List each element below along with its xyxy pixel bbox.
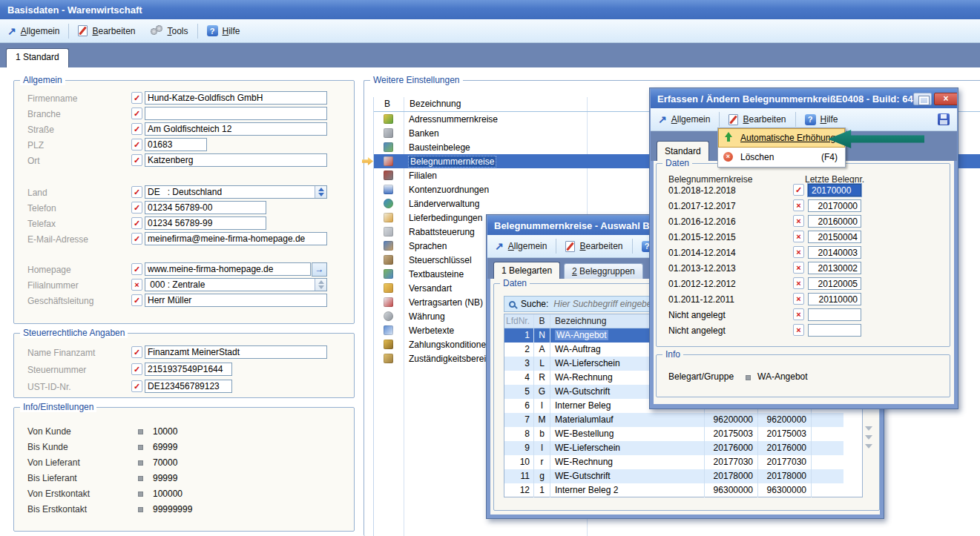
field-input[interactable] xyxy=(145,107,327,120)
field-status-icon[interactable]: ✓ xyxy=(131,233,142,245)
menu-allgemein[interactable]: ↗ Allgemein xyxy=(487,237,554,255)
tab-standard[interactable]: 1 Standard xyxy=(6,48,69,67)
field-status-icon[interactable]: ✓ xyxy=(131,123,142,135)
field-status-icon[interactable]: × xyxy=(793,277,804,289)
restore-button[interactable] xyxy=(913,93,932,105)
spinner-control[interactable] xyxy=(315,279,326,291)
menu-tools[interactable]: Tools xyxy=(143,22,196,40)
table-row[interactable]: 11 g WE-Gutschrift 20178000 20178000 xyxy=(504,469,843,483)
tab-beleggruppen[interactable]: 2 Beleggruppen xyxy=(564,263,643,279)
field-status-icon[interactable]: ✓ xyxy=(131,263,142,275)
menu-bearbeiten[interactable]: Bearbeiten xyxy=(70,22,142,40)
field-input[interactable] xyxy=(145,262,311,276)
field-input[interactable] xyxy=(145,138,207,151)
close-button[interactable]: × xyxy=(934,93,957,105)
info-row: Bis Lieferant 99999 xyxy=(14,471,354,486)
info-value: 100000 xyxy=(153,489,182,499)
scroll-end-icon[interactable] xyxy=(865,444,872,449)
belegnr-input[interactable] xyxy=(808,215,861,228)
field-status-icon[interactable]: × xyxy=(793,262,804,274)
field-input[interactable] xyxy=(145,216,266,230)
field-status-icon[interactable]: ✓ xyxy=(131,186,142,198)
field-input[interactable] xyxy=(145,91,327,105)
cell-bezeichnung: Interner Beleg 2 xyxy=(550,483,705,497)
field-status-icon[interactable]: × xyxy=(793,231,804,242)
table-row[interactable]: 7 M Materialumlauf 96200000 96200000 xyxy=(504,413,843,427)
field-status-icon[interactable]: ✓ xyxy=(131,346,142,358)
field-status-icon[interactable]: ✓ xyxy=(131,107,142,119)
scroll-down-icon[interactable] xyxy=(865,426,872,431)
cell-lfdnr: 8 xyxy=(504,427,534,441)
field-status-icon[interactable]: ✓ xyxy=(131,294,142,306)
belegnr-input[interactable] xyxy=(808,199,861,212)
cell-lfdnr: 2 xyxy=(504,343,534,357)
save-icon[interactable] xyxy=(938,113,950,125)
field-status-icon[interactable]: ✓ xyxy=(131,202,142,214)
field-input[interactable] xyxy=(145,185,327,199)
table-row[interactable]: 8 b WE-Bestellung 20175003 20175003 xyxy=(504,427,843,441)
nummernkreis-row: Nicht angelegt × xyxy=(657,323,950,339)
info-label: Von Lieferant xyxy=(27,457,80,468)
table-row[interactable]: 12 1 Interner Beleg 2 96300000 96300000 xyxy=(504,483,843,497)
field-status-icon[interactable]: ✓ xyxy=(131,92,142,104)
info-rows: Von Kunde 10000 Bis Kunde 69999 Von Lief… xyxy=(14,424,354,517)
form-field-row: Telefon ✓ xyxy=(14,201,354,216)
field-status-icon[interactable]: ✓ xyxy=(131,363,142,375)
field-input[interactable] xyxy=(145,153,327,167)
info-label: Bis Kunde xyxy=(27,442,68,452)
dialog-auswahl-title: Belegnummernkreise - Auswahl Beleg xyxy=(494,220,669,231)
menu-allgemein[interactable]: ↗ Allgemein xyxy=(651,110,717,128)
field-input[interactable] xyxy=(145,278,327,291)
increase-icon xyxy=(723,132,732,142)
field-input[interactable] xyxy=(145,345,327,359)
field-status-icon[interactable]: × xyxy=(131,279,142,291)
field-status-icon[interactable]: × xyxy=(793,324,804,336)
field-status-icon[interactable]: ✓ xyxy=(131,217,142,229)
tab-belegarten[interactable]: 1 Belegarten xyxy=(493,262,560,279)
list-item-label: Sprachen xyxy=(409,241,447,251)
menubar-separator xyxy=(68,24,69,39)
field-status-icon[interactable]: × xyxy=(793,215,804,227)
field-status-icon[interactable]: ✓ xyxy=(131,139,142,150)
field-input[interactable] xyxy=(145,380,232,393)
menu-item-automatische-erhoehung[interactable]: Automatische Erhöhung xyxy=(718,128,845,148)
list-item-label: Zuständigkeitsbereich xyxy=(409,354,496,364)
menu-bearbeiten[interactable]: Bearbeiten xyxy=(721,110,793,128)
field-status-icon[interactable]: × xyxy=(793,246,804,258)
table-row[interactable]: 10 r WE-Rechnung 20177030 20177030 xyxy=(504,455,843,469)
menu-hilfe[interactable]: ? Hilfe xyxy=(798,110,846,128)
belegnr-input[interactable] xyxy=(808,246,861,259)
bullet-icon xyxy=(138,445,143,450)
field-status-icon[interactable]: ✓ xyxy=(131,154,142,166)
scroll-page-down-icon[interactable] xyxy=(865,435,872,440)
belegnr-input[interactable] xyxy=(808,231,861,243)
belegnr-input[interactable] xyxy=(808,308,861,321)
menu-bearbeiten[interactable]: Bearbeiten xyxy=(558,237,630,255)
open-link-button[interactable]: → xyxy=(312,262,327,277)
cell-bezeichnung: WE-Bestellung xyxy=(550,427,705,441)
field-input[interactable] xyxy=(145,363,232,376)
field-status-icon[interactable]: ✓ xyxy=(131,380,142,392)
table-row[interactable]: 9 l WE-Lieferschein 20176000 20176000 xyxy=(504,441,843,455)
field-input[interactable] xyxy=(145,294,327,307)
menu-hilfe[interactable]: ? Hilfe xyxy=(200,22,248,40)
belegnr-input[interactable] xyxy=(808,184,861,196)
field-status-icon[interactable]: × xyxy=(793,199,804,211)
menu-item-loeschen[interactable]: × Löschen (F4) xyxy=(718,148,845,167)
field-status-icon[interactable]: × xyxy=(793,308,804,320)
field-input[interactable] xyxy=(145,201,266,214)
spinner-control[interactable] xyxy=(315,186,326,198)
field-input[interactable] xyxy=(145,232,327,245)
list-item-label: Versandart xyxy=(409,283,452,294)
belegnr-input[interactable] xyxy=(808,262,861,274)
menu-allgemein[interactable]: ↗ Allgemein xyxy=(0,22,67,40)
cell-lfdnr: 3 xyxy=(504,357,534,371)
cell-b: r xyxy=(534,455,550,469)
belegnr-input[interactable] xyxy=(808,293,861,305)
list-item-label: Währung xyxy=(409,311,445,322)
field-status-icon[interactable]: ✓ xyxy=(793,184,804,196)
field-input[interactable] xyxy=(145,122,327,136)
belegnr-input[interactable] xyxy=(808,324,861,337)
belegnr-input[interactable] xyxy=(808,277,861,290)
field-status-icon[interactable]: × xyxy=(793,293,804,305)
